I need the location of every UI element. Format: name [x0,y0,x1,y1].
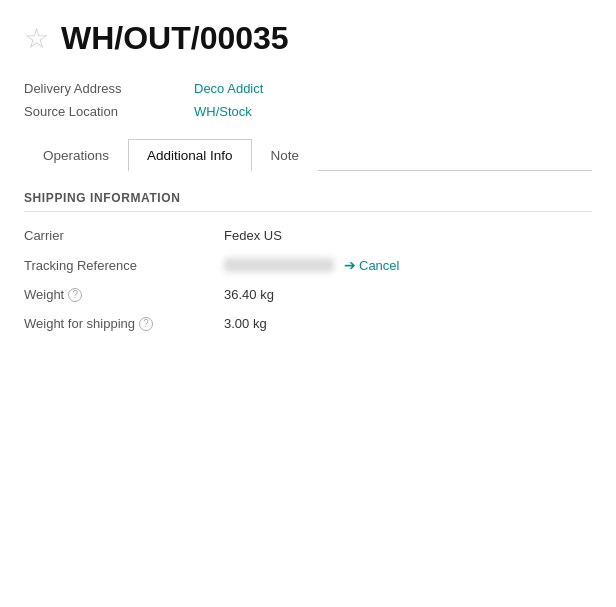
weight-for-shipping-row: Weight for shipping ? 3.00 kg [24,316,592,331]
weight-value: 36.40 kg [224,287,274,302]
carrier-value: Fedex US [224,228,282,243]
fields-section: Delivery Address Deco Addict Source Loca… [24,81,592,119]
carrier-row: Carrier Fedex US [24,228,592,243]
record-header: ☆ WH/OUT/00035 [24,20,592,57]
shipping-section: SHIPPING INFORMATION Carrier Fedex US Tr… [24,191,592,331]
weight-for-shipping-tooltip-icon[interactable]: ? [139,317,153,331]
delivery-address-row: Delivery Address Deco Addict [24,81,592,96]
page-title: WH/OUT/00035 [61,20,289,57]
weight-label: Weight ? [24,287,224,302]
tab-additional-info[interactable]: Additional Info [128,139,252,171]
delivery-address-label: Delivery Address [24,81,194,96]
tracking-reference-label: Tracking Reference [24,258,224,273]
weight-for-shipping-label: Weight for shipping ? [24,316,224,331]
source-location-label: Source Location [24,104,194,119]
tracking-value-group: ➔ Cancel [224,257,399,273]
tracking-reference-row: Tracking Reference ➔ Cancel [24,257,592,273]
weight-for-shipping-value: 3.00 kg [224,316,267,331]
tab-operations[interactable]: Operations [24,139,128,171]
weight-tooltip-icon[interactable]: ? [68,288,82,302]
arrow-icon: ➔ [344,257,356,273]
tabs-bar: Operations Additional Info Note [24,139,592,171]
tab-note[interactable]: Note [252,139,319,171]
delivery-address-value[interactable]: Deco Addict [194,81,263,96]
weight-row: Weight ? 36.40 kg [24,287,592,302]
cancel-link[interactable]: ➔ Cancel [344,257,399,273]
carrier-label: Carrier [24,228,224,243]
tracking-blur-value [224,258,334,272]
source-location-row: Source Location WH/Stock [24,104,592,119]
cancel-label: Cancel [359,258,399,273]
source-location-value[interactable]: WH/Stock [194,104,252,119]
favorite-icon[interactable]: ☆ [24,25,49,53]
section-title: SHIPPING INFORMATION [24,191,592,212]
